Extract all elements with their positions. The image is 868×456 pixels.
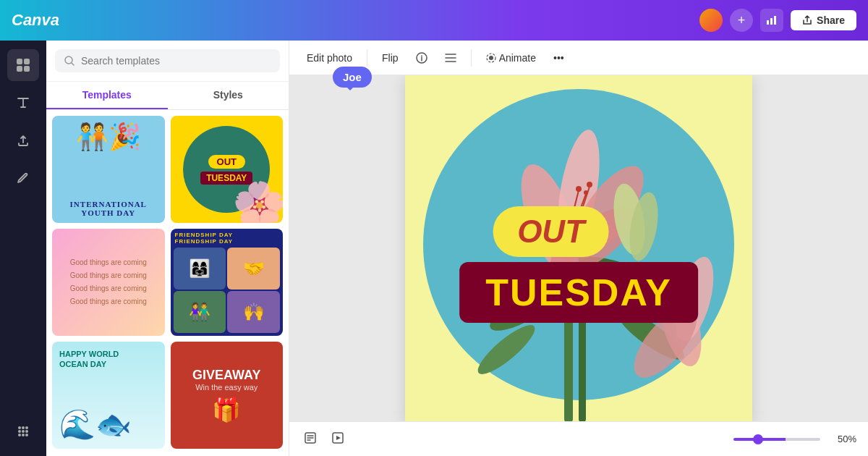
bottom-bar: 50%	[289, 421, 868, 456]
card-photo-grid: 👩‍👩‍👧 🤝 👫 🙌	[171, 248, 284, 336]
card-text: Good things are comingGood things are co…	[70, 256, 147, 308]
bottom-left-tools	[301, 428, 347, 450]
template-out-tuesday[interactable]: OUT TUESDAY 🌸	[171, 116, 284, 223]
tab-styles[interactable]: Styles	[168, 82, 289, 109]
svg-point-13	[18, 434, 21, 436]
out-label: OUT	[208, 155, 245, 169]
svg-point-8	[22, 426, 25, 429]
search-input-wrap[interactable]	[55, 49, 280, 72]
more-options-button[interactable]: •••	[548, 48, 570, 68]
joe-tooltip: Joe	[333, 67, 372, 88]
card-top-text: FRIENDSHIP DAY FRIENDSHIP DAY	[171, 229, 284, 248]
tab-templates[interactable]: Templates	[46, 82, 168, 109]
sidebar-icon-templates[interactable]	[7, 49, 39, 81]
photo-4: 🙌	[227, 291, 280, 333]
zoom-slider[interactable]	[733, 438, 820, 441]
canvas-tuesday-text: TUESDAY	[459, 262, 698, 323]
avatar[interactable]	[699, 9, 723, 32]
sidebar: Templates Styles 🧑‍🤝‍🧑🎉 InternationalYou…	[46, 41, 289, 456]
gift-icon: 🎁	[212, 396, 241, 423]
add-account-button[interactable]: +	[730, 9, 753, 32]
flip-button[interactable]: Flip	[376, 48, 404, 68]
giveaway-sub: Win the easy way	[195, 383, 258, 392]
template-grid: 🧑‍🤝‍🧑🎉 InternationalYouth Day OUT TUESDA…	[46, 110, 289, 455]
ocean-title: Happy WorldOcean Day	[59, 349, 158, 370]
svg-marker-47	[336, 436, 341, 440]
sidebar-icon-apps[interactable]	[7, 415, 39, 447]
ocean-icon: 🌊🐟	[59, 408, 158, 442]
svg-rect-0	[767, 20, 769, 25]
svg-point-9	[25, 426, 28, 429]
template-friendship[interactable]: FRIENDSHIP DAY FRIENDSHIP DAY 👩‍👩‍👧 🤝 👫 …	[171, 229, 284, 336]
template-giveaway[interactable]: GIVEAWAY Win the easy way 🎁	[171, 342, 284, 449]
toolbar: Edit photo Flip Animate •••	[289, 41, 868, 75]
header-right: + Share	[699, 9, 856, 32]
svg-point-12	[25, 430, 28, 433]
svg-rect-2	[774, 16, 776, 25]
edit-photo-button[interactable]: Edit photo	[301, 48, 358, 68]
notes-button[interactable]	[301, 428, 320, 450]
photo-3: 👫	[174, 291, 226, 333]
play-button[interactable]	[328, 428, 347, 450]
menu-button[interactable]	[439, 49, 462, 67]
svg-rect-4	[24, 59, 30, 64]
svg-point-41	[587, 182, 592, 187]
design-canvas: OUT TUESDAY	[405, 75, 752, 421]
svg-point-14	[22, 434, 25, 436]
sidebar-icon-text[interactable]	[7, 87, 39, 119]
canva-logo: Canva	[12, 11, 59, 30]
photo-2: 🤝	[227, 248, 280, 290]
svg-rect-1	[770, 18, 773, 25]
svg-rect-3	[17, 59, 22, 64]
template-intl-youth[interactable]: 🧑‍🤝‍🧑🎉 InternationalYouth Day	[52, 116, 165, 223]
search-bar	[46, 41, 289, 82]
svg-point-11	[22, 430, 25, 433]
template-ocean-day[interactable]: Happy WorldOcean Day 🌊🐟	[52, 342, 165, 449]
tabs: Templates Styles	[46, 82, 289, 110]
svg-point-10	[18, 430, 21, 433]
photo-1: 👩‍👩‍👧	[174, 248, 226, 290]
svg-point-7	[18, 426, 21, 429]
search-icon	[64, 55, 75, 67]
svg-point-18	[489, 56, 493, 60]
svg-rect-5	[17, 66, 22, 72]
info-button[interactable]	[410, 48, 433, 68]
canvas-out-text: OUT	[493, 206, 609, 257]
svg-point-39	[576, 186, 582, 192]
card-figures: 🧑‍🤝‍🧑🎉	[76, 122, 141, 152]
separator-2	[471, 49, 472, 67]
analytics-icon[interactable]	[760, 9, 783, 32]
left-sidebar	[0, 41, 46, 456]
search-input[interactable]	[81, 55, 271, 67]
svg-point-40	[584, 190, 588, 195]
share-button[interactable]: Share	[791, 10, 856, 30]
separator-1	[367, 49, 367, 67]
flower-decoration: 🌸	[232, 179, 283, 223]
svg-rect-6	[24, 66, 30, 72]
template-good-things[interactable]: Good things are comingGood things are co…	[52, 229, 165, 336]
sidebar-icon-uploads[interactable]	[7, 124, 39, 156]
zoom-percent: 50%	[826, 434, 856, 444]
canvas-area[interactable]: OUT TUESDAY	[289, 75, 868, 421]
giveaway-title: GIVEAWAY	[192, 368, 260, 383]
header: Canva + Share	[0, 0, 868, 41]
sidebar-icon-draw[interactable]	[7, 162, 39, 194]
svg-point-15	[25, 434, 28, 436]
animate-button[interactable]: Animate	[480, 48, 542, 68]
card-title: InternationalYouth Day	[70, 200, 147, 217]
zoom-controls: 50%	[733, 434, 856, 444]
header-left: Canva	[12, 11, 59, 30]
